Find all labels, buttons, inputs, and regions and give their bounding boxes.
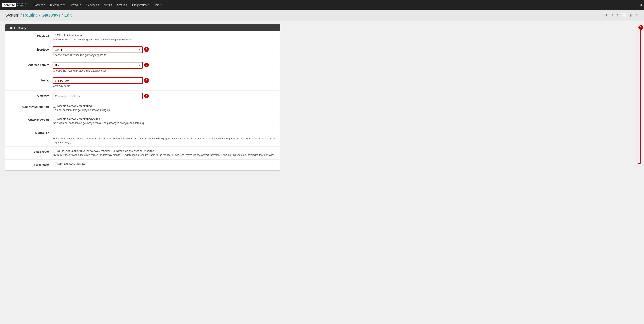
form-row-name: Name 3 Gateway name [5,75,280,91]
gateway-action-checkbox-row: Disable Gateway Monitoring Action [53,117,277,120]
chevron-down-icon: ▼ [63,4,65,6]
nav-services[interactable]: Services ▼ [84,2,102,8]
annotation-badge-2: 2 [144,63,149,67]
label-static-route: Static route [5,149,52,157]
gateway-input[interactable] [53,93,142,99]
chevron-down-icon: ▼ [80,4,82,6]
content-address-family: IPv4 IPv6 ▼ 2 Choose the Internet Protoc… [52,62,280,73]
breadcrumb: System / Routing / Gateways / Edit [5,13,72,18]
disabled-checkbox-row: Disable this gateway [53,34,277,37]
panel-body: Disabled Disable this gateway Set this o… [5,31,280,170]
name-input[interactable] [53,78,142,83]
content-name: 3 Gateway name [52,78,280,88]
disabled-help: Set this option to disable this gateway … [53,38,277,41]
nav-firewall[interactable]: Firewall ▼ [68,2,84,8]
gateway-monitoring-label: Disable Gateway Monitoring [57,104,92,107]
nav-interfaces[interactable]: Interfaces ▼ [48,2,67,8]
form-row-gateway-action: Gateway Action Disable Gateway Monitorin… [5,115,280,128]
nav-status[interactable]: Status ▼ [115,2,130,8]
breadcrumb-routing[interactable]: Routing [23,13,38,18]
breadcrumb-edit[interactable]: Edit [64,13,71,18]
breadcrumb-separator: / [62,13,63,18]
content-gateway-action: Disable Gateway Monitoring Action No act… [52,117,280,125]
filter-icon[interactable]: ≡ [616,13,619,18]
content-disabled: Disable this gateway Set this option to … [52,34,280,41]
label-interface: Interface [5,47,52,57]
annotation-badge-5: 5 [638,25,643,30]
annotation-badge-1: 1 [144,47,149,52]
top-navigation: pfsense COMMUNITYEDITION System ▼ Interf… [0,0,644,10]
form-row-force-state: Force state Mark Gateway as Down [5,160,280,170]
interface-select[interactable]: OPT1 WAN LAN [53,47,142,52]
chevron-down-icon: ▼ [98,4,100,6]
static-route-checkbox-row: Do not add static route for gateway moni… [53,149,277,152]
chevron-down-icon: ▼ [160,4,162,6]
chart-icon[interactable]: 📊 [621,13,627,18]
form-row-gateway-monitoring: Gateway Monitoring Disable Gateway Monit… [5,102,280,115]
breadcrumb-icons: ↻ ⊙ ≡ 📊 ▦ ? [603,13,639,18]
content-interface: OPT1 WAN LAN ▼ 1 Choose which interface … [52,47,280,57]
side-annotation-5: 5 [638,28,640,164]
gateway-action-help: No action will be taken on gateway event… [53,121,277,125]
disabled-checkbox[interactable] [53,34,56,37]
force-state-label: Mark Gateway as Down [57,162,86,165]
label-disabled: Disabled [5,34,52,41]
nav-vpn[interactable]: VPN ▼ [102,2,114,8]
edit-gateway-panel: Edit Gateway Disabled Disable this gatew… [5,24,280,171]
address-family-help: Choose the Internet Protocol this gatewa… [53,69,277,73]
chevron-down-icon: ▼ [126,4,128,6]
logout-icon[interactable]: ⇥ [639,3,642,7]
interface-field-wrapper: OPT1 WAN LAN ▼ 1 [53,47,277,52]
nav-help[interactable]: Help ▼ [152,2,164,8]
form-row-monitor-ip: Monitor IP Enter an alternative address … [5,128,280,147]
gateway-field-wrapper: 4 [53,93,277,99]
label-gateway-monitoring: Gateway Monitoring [5,104,52,112]
panel-header: Edit Gateway [5,24,280,31]
content-gateway: 4 [52,93,280,99]
annotation-badge-3: 3 [144,78,149,83]
form-row-static-route: Static route Do not add static route for… [5,147,280,160]
breadcrumb-gateways[interactable]: Gateways [42,13,60,18]
static-route-checkbox[interactable] [53,150,56,152]
name-help: Gateway name [53,84,277,88]
force-state-checkbox[interactable] [53,163,56,165]
gateway-monitoring-checkbox[interactable] [53,105,56,107]
label-monitor-ip: Monitor IP [5,130,52,144]
label-address-family: Address Family [5,62,52,73]
breadcrumb-bar: System / Routing / Gateways / Edit ↻ ⊙ ≡… [0,10,644,21]
help-icon[interactable]: ? [635,13,639,18]
static-route-label: Do not add static route for gateway moni… [57,149,154,152]
gateway-action-checkbox[interactable] [53,118,56,120]
form-row-disabled: Disabled Disable this gateway Set this o… [5,31,280,44]
interface-select-wrapper: OPT1 WAN LAN ▼ [53,47,142,52]
gateway-action-label: Disable Gateway Monitoring Action [57,117,100,120]
address-family-select[interactable]: IPv4 IPv6 [53,62,142,68]
label-name: Name [5,78,52,88]
breadcrumb-separator: / [21,13,22,18]
name-field-wrapper: 3 [53,78,277,83]
stop-icon[interactable]: ⊙ [610,13,614,18]
main-content: Edit Gateway Disabled Disable this gatew… [0,21,285,177]
nav-diagnostics[interactable]: Diagnostics ▼ [130,2,151,8]
form-row-interface: Interface OPT1 WAN LAN ▼ 1 [5,44,280,60]
content-gateway-monitoring: Disable Gateway Monitoring This will con… [52,104,280,112]
logo-text: pfsense [2,2,16,7]
form-row-address-family: Address Family IPv4 IPv6 ▼ 2 Choose [5,60,280,75]
logo[interactable]: pfsense COMMUNITYEDITION [2,2,28,7]
gateway-monitoring-checkbox-row: Disable Gateway Monitoring [53,104,277,107]
table-icon[interactable]: ▦ [629,13,634,18]
monitor-ip-input[interactable] [53,130,142,136]
chevron-down-icon: ▼ [44,4,46,6]
refresh-icon[interactable]: ↻ [603,13,608,18]
disabled-checkbox-label: Disable this gateway [57,34,82,37]
nav-system[interactable]: System ▼ [32,2,48,8]
breadcrumb-separator: / [39,13,40,18]
force-state-checkbox-row: Mark Gateway as Down [53,162,277,165]
nav-right-section: ⇥ [639,2,642,7]
content-force-state: Mark Gateway as Down [52,162,280,168]
label-gateway: Gateway [5,93,52,99]
label-force-state: Force state [5,162,52,168]
static-route-help: By default the firewall adds static rout… [53,153,277,157]
label-gateway-action: Gateway Action [5,117,52,125]
monitor-ip-help: Enter an alternative address here to be … [53,137,277,144]
